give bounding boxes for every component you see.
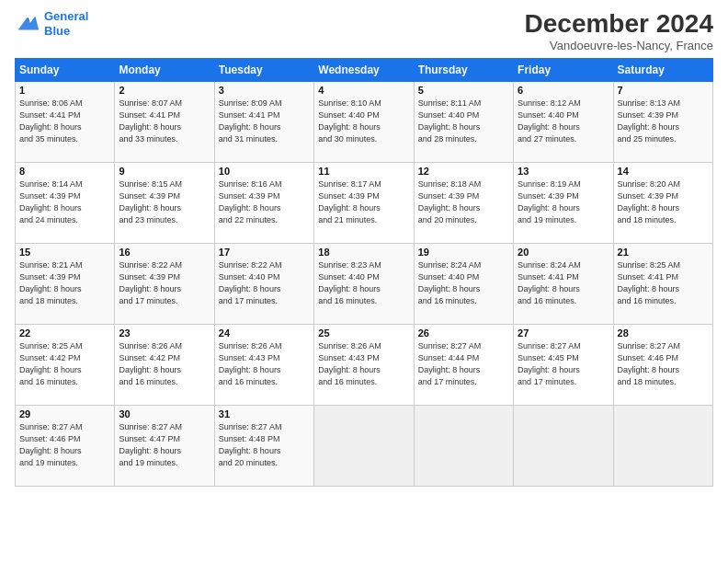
daylight-line1: Daylight: 8 hours [19,445,110,457]
sunset-text: Sunset: 4:42 PM [19,352,110,364]
day-info: Sunrise: 8:06 AMSunset: 4:41 PMDaylight:… [19,98,110,145]
sunrise-text: Sunrise: 8:10 AM [318,98,409,109]
calendar-subtitle: Vandoeuvre-les-Nancy, France [525,39,713,52]
day-info: Sunrise: 8:27 AMSunset: 4:47 PMDaylight:… [119,421,210,469]
daylight-line2: and 17 minutes. [119,295,210,307]
daylight-line2: and 18 minutes. [618,376,709,388]
sunset-text: Sunset: 4:40 PM [318,271,409,283]
sunset-text: Sunset: 4:41 PM [618,271,709,283]
day-number: 2 [119,85,210,96]
sunset-text: Sunset: 4:40 PM [418,271,509,283]
daylight-line2: and 24 minutes. [19,214,110,226]
day-number: 21 [618,247,709,258]
daylight-line2: and 23 minutes. [119,214,210,226]
daylight-line2: and 19 minutes. [518,214,609,226]
day-info: Sunrise: 8:21 AMSunset: 4:39 PMDaylight:… [19,259,110,307]
day-info: Sunrise: 8:13 AMSunset: 4:39 PMDaylight:… [618,98,709,145]
day-cell: 19Sunrise: 8:24 AMSunset: 4:40 PMDayligh… [414,244,513,325]
daylight-line1: Daylight: 8 hours [119,202,210,214]
daylight-line2: and 30 minutes. [318,133,409,145]
day-info: Sunrise: 8:12 AMSunset: 4:40 PMDaylight:… [518,98,609,145]
day-number: 11 [318,166,409,177]
day-info: Sunrise: 8:22 AMSunset: 4:40 PMDaylight:… [219,259,310,307]
day-cell: 5Sunrise: 8:11 AMSunset: 4:40 PMDaylight… [414,82,513,163]
daylight-line1: Daylight: 8 hours [119,121,210,133]
week-row-4: 22Sunrise: 8:25 AMSunset: 4:42 PMDayligh… [16,325,713,406]
daylight-line2: and 20 minutes. [418,214,509,226]
sunset-text: Sunset: 4:41 PM [119,109,210,121]
daylight-line1: Daylight: 8 hours [518,364,609,376]
daylight-line2: and 20 minutes. [219,457,310,469]
daylight-line2: and 33 minutes. [119,133,210,145]
daylight-line1: Daylight: 8 hours [318,121,409,133]
sunrise-text: Sunrise: 8:27 AM [618,340,709,352]
day-info: Sunrise: 8:11 AMSunset: 4:40 PMDaylight:… [418,98,509,145]
calendar-title: December 2024 [525,9,713,39]
sunrise-text: Sunrise: 8:12 AM [518,98,609,109]
day-number: 30 [119,408,210,419]
sunset-text: Sunset: 4:43 PM [318,352,409,364]
day-number: 4 [318,85,409,96]
daylight-line2: and 17 minutes. [518,376,609,388]
sunset-text: Sunset: 4:40 PM [418,109,509,121]
sunset-text: Sunset: 4:40 PM [318,109,409,121]
day-info: Sunrise: 8:25 AMSunset: 4:42 PMDaylight:… [19,340,110,388]
sunrise-text: Sunrise: 8:26 AM [318,340,409,352]
weekday-header-thursday: Thursday [414,59,513,82]
daylight-line1: Daylight: 8 hours [418,202,509,214]
week-row-2: 8Sunrise: 8:14 AMSunset: 4:39 PMDaylight… [16,163,713,244]
sunrise-text: Sunrise: 8:23 AM [318,259,409,271]
logo-line1: General [44,9,88,23]
sunrise-text: Sunrise: 8:22 AM [219,259,310,271]
sunrise-text: Sunrise: 8:07 AM [119,98,210,109]
daylight-line1: Daylight: 8 hours [518,283,609,295]
sunrise-text: Sunrise: 8:24 AM [518,259,609,271]
daylight-line1: Daylight: 8 hours [219,202,310,214]
daylight-line1: Daylight: 8 hours [518,121,609,133]
day-number: 18 [318,247,409,258]
sunrise-text: Sunrise: 8:27 AM [418,340,509,352]
day-cell: 4Sunrise: 8:10 AMSunset: 4:40 PMDaylight… [314,82,414,163]
day-cell [414,406,513,487]
day-cell: 26Sunrise: 8:27 AMSunset: 4:44 PMDayligh… [414,325,513,406]
day-number: 6 [518,85,609,96]
day-info: Sunrise: 8:26 AMSunset: 4:42 PMDaylight:… [119,340,210,388]
daylight-line1: Daylight: 8 hours [618,121,709,133]
sunrise-text: Sunrise: 8:21 AM [19,259,110,271]
daylight-line1: Daylight: 8 hours [618,364,709,376]
day-cell: 15Sunrise: 8:21 AMSunset: 4:39 PMDayligh… [16,244,115,325]
day-number: 31 [219,408,310,419]
day-number: 12 [418,166,509,177]
sunset-text: Sunset: 4:39 PM [618,190,709,202]
day-cell [314,406,414,487]
sunrise-text: Sunrise: 8:25 AM [19,340,110,352]
daylight-line1: Daylight: 8 hours [518,202,609,214]
sunrise-text: Sunrise: 8:06 AM [19,98,110,109]
daylight-line2: and 18 minutes. [618,214,709,226]
day-cell: 17Sunrise: 8:22 AMSunset: 4:40 PMDayligh… [214,244,313,325]
day-info: Sunrise: 8:23 AMSunset: 4:40 PMDaylight:… [318,259,409,307]
daylight-line1: Daylight: 8 hours [219,283,310,295]
daylight-line2: and 16 minutes. [418,295,509,307]
daylight-line1: Daylight: 8 hours [318,364,409,376]
day-cell: 1Sunrise: 8:06 AMSunset: 4:41 PMDaylight… [16,82,115,163]
sunset-text: Sunset: 4:45 PM [518,352,609,364]
daylight-line1: Daylight: 8 hours [219,121,310,133]
day-cell: 7Sunrise: 8:13 AMSunset: 4:39 PMDaylight… [613,82,712,163]
day-cell [613,406,712,487]
sunset-text: Sunset: 4:46 PM [618,352,709,364]
sunset-text: Sunset: 4:39 PM [19,271,110,283]
day-info: Sunrise: 8:15 AMSunset: 4:39 PMDaylight:… [119,178,210,226]
day-number: 17 [219,247,310,258]
daylight-line2: and 16 minutes. [318,295,409,307]
weekday-header-tuesday: Tuesday [214,59,313,82]
day-number: 25 [318,327,409,339]
day-number: 29 [19,408,110,419]
day-number: 19 [418,247,509,258]
sunrise-text: Sunrise: 8:18 AM [418,178,509,190]
day-cell: 22Sunrise: 8:25 AMSunset: 4:42 PMDayligh… [16,325,115,406]
sunrise-text: Sunrise: 8:27 AM [119,421,210,433]
day-number: 26 [418,327,509,339]
day-number: 20 [518,247,609,258]
daylight-line2: and 31 minutes. [219,133,310,145]
